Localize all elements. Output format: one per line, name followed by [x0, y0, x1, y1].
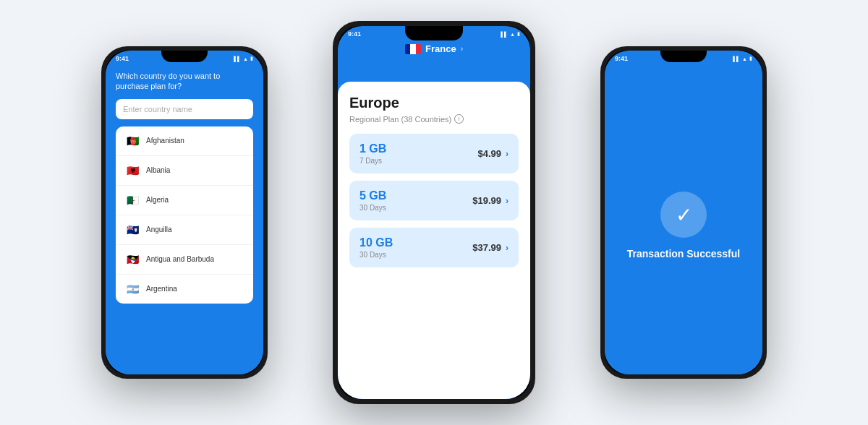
plan-chevron-icon: › [506, 196, 509, 206]
battery-icon-left: ▮ [250, 56, 253, 61]
list-item[interactable]: 🇦🇬 Antigua and Barbuda [116, 245, 253, 275]
country-name: Anguilla [146, 226, 172, 233]
center-card: Europe Regional Plan (38 Countries) i 1 … [338, 82, 530, 399]
country-chevron: › [461, 45, 463, 53]
country-name: Afghanistan [146, 137, 184, 145]
france-flag [405, 44, 421, 54]
notch-right [660, 51, 707, 62]
notch-left [161, 51, 208, 62]
left-content: Which country do you want to purchase pl… [106, 64, 263, 374]
wifi-icon-left: ▲ [243, 56, 248, 61]
plan-info: 10 GB 30 Days [359, 236, 393, 259]
country-name: Argentina [146, 285, 177, 293]
battery-icon-center: ▮ [517, 31, 520, 37]
plan-days: 30 Days [359, 251, 393, 259]
status-icons-left: ▌▌ ▲ ▮ [234, 56, 253, 61]
plan-price: $19.99 [472, 195, 501, 206]
phone-center-inner: 9:41 ▌▌ ▲ ▮ France › Europe [338, 26, 530, 399]
center-country-label: France [425, 43, 456, 54]
plan-right: $19.99 › [472, 195, 509, 206]
list-item[interactable]: 🇦🇷 Argentina [116, 275, 253, 304]
checkmark-icon: ✓ [676, 203, 692, 227]
center-top-bar[interactable]: France › [338, 39, 530, 63]
time-left: 9:41 [116, 55, 129, 62]
flag-blue [405, 44, 410, 54]
notch-center [405, 26, 463, 40]
phone-left-inner: 9:41 ▌▌ ▲ ▮ Which country do you want to… [106, 51, 263, 374]
info-icon[interactable]: i [454, 114, 464, 124]
flag-red [416, 44, 421, 54]
center-phone-body: Europe Regional Plan (38 Countries) i 1 … [338, 82, 530, 399]
country-list: 🇦🇫 Afghanistan 🇦🇱 Albania 🇩🇿 Algeria 🇦🇮 … [116, 126, 253, 304]
phones-container: 9:41 ▌▌ ▲ ▮ Which country do you want to… [0, 0, 868, 425]
region-subtitle: Regional Plan (38 Countries) i [349, 114, 519, 124]
country-name: Antigua and Barbuda [146, 255, 214, 263]
country-question: Which country do you want to purchase pl… [116, 71, 253, 92]
success-text: Transaction Successful [627, 248, 740, 259]
wifi-icon-center: ▲ [510, 32, 515, 37]
signal-icon-right: ▌▌ [733, 56, 740, 61]
flag-white [410, 44, 415, 54]
right-content: ✓ Transaction Successful [605, 64, 762, 374]
plan-days: 30 Days [359, 204, 386, 212]
list-item[interactable]: 🇦🇫 Afghanistan [116, 126, 253, 156]
flag-icon: 🇦🇷 [124, 281, 140, 297]
plan-card[interactable]: 10 GB 30 Days $37.99 › [349, 228, 519, 267]
plan-right: $37.99 › [472, 242, 509, 253]
battery-icon-right: ▮ [749, 56, 752, 61]
phone-left: 9:41 ▌▌ ▲ ▮ Which country do you want to… [101, 46, 268, 379]
wifi-icon-right: ▲ [742, 56, 747, 61]
country-name: Albania [146, 166, 170, 174]
plan-chevron-icon: › [506, 149, 509, 159]
phone-center: 9:41 ▌▌ ▲ ▮ France › Europe [333, 21, 535, 404]
plan-chevron-icon: › [506, 243, 509, 253]
plan-card[interactable]: 5 GB 30 Days $19.99 › [349, 181, 519, 220]
plan-gb: 10 GB [359, 236, 393, 249]
country-name: Algeria [146, 196, 169, 204]
flag-icon: 🇦🇱 [124, 163, 140, 179]
time-center: 9:41 [348, 30, 361, 38]
plan-gb: 1 GB [359, 142, 386, 155]
region-title: Europe [349, 95, 519, 111]
flag-icon: 🇦🇬 [124, 252, 140, 267]
time-right: 9:41 [615, 55, 628, 62]
phone-right: 9:41 ▌▌ ▲ ▮ ✓ Transaction Successful [600, 46, 767, 379]
signal-icon-left: ▌▌ [234, 56, 241, 61]
list-item[interactable]: 🇦🇮 Anguilla [116, 215, 253, 245]
plan-info: 1 GB 7 Days [359, 142, 386, 165]
status-icons-center: ▌▌ ▲ ▮ [501, 31, 520, 37]
list-item[interactable]: 🇩🇿 Algeria [116, 186, 253, 215]
plan-days: 7 Days [359, 157, 386, 165]
list-item[interactable]: 🇦🇱 Albania [116, 156, 253, 186]
flag-icon: 🇦🇫 [124, 133, 140, 149]
plan-price: $37.99 [472, 242, 501, 253]
plan-price: $4.99 [477, 148, 501, 159]
flag-icon: 🇩🇿 [124, 192, 140, 208]
search-input-left[interactable]: Enter country name [116, 99, 253, 119]
status-icons-right: ▌▌ ▲ ▮ [733, 56, 752, 61]
plan-gb: 5 GB [359, 189, 386, 202]
plan-right: $4.99 › [477, 148, 509, 159]
plan-cards-container: 1 GB 7 Days $4.99 › 5 GB 30 Days $19.99 … [349, 134, 519, 267]
flag-icon: 🇦🇮 [124, 222, 140, 238]
plan-card[interactable]: 1 GB 7 Days $4.99 › [349, 134, 519, 173]
success-circle: ✓ [660, 192, 707, 238]
signal-icon-center: ▌▌ [501, 32, 508, 37]
phone-right-inner: 9:41 ▌▌ ▲ ▮ ✓ Transaction Successful [605, 51, 762, 374]
plan-info: 5 GB 30 Days [359, 189, 386, 212]
